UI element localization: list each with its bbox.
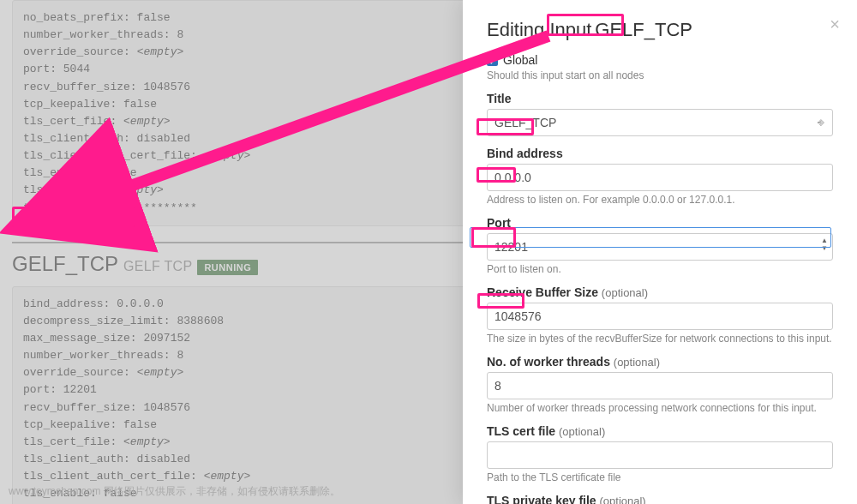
recv-buffer-label: Receive Buffer Size (optional) xyxy=(487,285,833,299)
tls-cert-help: Path to the TLS certificate file xyxy=(487,471,833,483)
bind-address-label: Bind address xyxy=(487,147,833,160)
title-label: Title xyxy=(487,92,833,105)
worker-threads-input[interactable] xyxy=(487,372,833,399)
global-help: Should this input start on all nodes xyxy=(487,69,833,81)
recv-buffer-input[interactable] xyxy=(487,303,833,330)
modal-title-name: GELF_TCP xyxy=(595,19,692,41)
bind-address-help: Address to listen on. For example 0.0.0.… xyxy=(487,194,833,206)
tls-key-label: TLS private key file (optional) xyxy=(487,494,833,504)
number-stepper[interactable]: ▲▼ xyxy=(821,237,828,252)
modal-title-prefix: Editing Input xyxy=(487,19,591,41)
modal-title: Editing Input GELF_TCP xyxy=(487,19,833,41)
edit-input-modal: × Editing Input GELF_TCP Global Should t… xyxy=(463,0,857,504)
close-icon[interactable]: × xyxy=(830,15,840,33)
worker-threads-help: Number of worker threads processing netw… xyxy=(487,402,833,414)
worker-threads-label: No. of worker threads (optional) xyxy=(487,355,833,369)
tls-cert-input[interactable] xyxy=(487,441,833,469)
port-help: Port to listen on. xyxy=(487,263,833,275)
footer-note: www.toymoban.com 网络图片仅供展示，非存储，如有侵权请联系删除。 xyxy=(9,484,340,499)
bind-address-input[interactable] xyxy=(487,164,833,191)
title-input[interactable] xyxy=(487,109,833,136)
global-label: Global xyxy=(503,53,537,67)
port-input[interactable] xyxy=(487,233,833,261)
port-label: Port xyxy=(487,216,833,230)
global-checkbox[interactable] xyxy=(487,55,498,66)
lock-icon: ⎆ xyxy=(818,116,824,129)
chevron-down-icon[interactable]: ▼ xyxy=(821,244,828,252)
tls-cert-label: TLS cert file (optional) xyxy=(487,424,833,438)
chevron-up-icon[interactable]: ▲ xyxy=(821,237,828,244)
recv-buffer-help: The size in bytes of the recvBufferSize … xyxy=(487,333,833,345)
